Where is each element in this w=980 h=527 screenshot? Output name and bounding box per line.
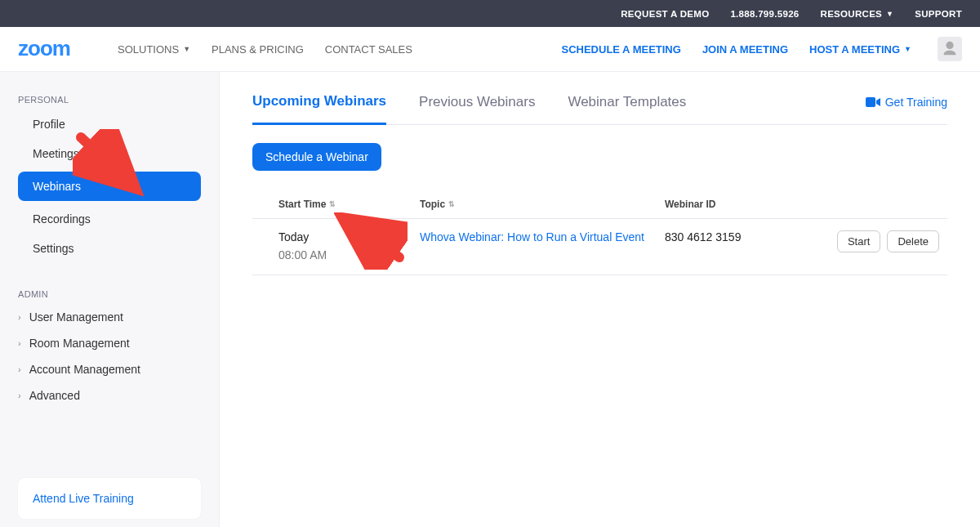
svg-text:zoom: zoom — [18, 39, 70, 59]
sidebar-item-label: Advanced — [29, 389, 80, 402]
live-training-card: Attend Live Training — [18, 478, 201, 519]
caret-down-icon: ▼ — [886, 10, 893, 18]
cell-webinar-id: 830 4612 3159 — [665, 230, 812, 243]
main-header: zoom SOLUTIONS▼ PLANS & PRICING CONTACT … — [0, 27, 980, 72]
schedule-webinar-button[interactable]: Schedule a Webinar — [252, 143, 381, 171]
cell-topic: Whova Webinar: How to Run a Virtual Even… — [420, 230, 665, 243]
sidebar-item-advanced[interactable]: ›Advanced — [0, 382, 219, 409]
resources-label: RESOURCES — [821, 9, 883, 19]
col-label: Topic — [420, 199, 445, 210]
host-meeting-dropdown[interactable]: HOST A MEETING▼ — [809, 43, 911, 56]
date-label: Today — [278, 230, 420, 243]
col-label: Start Time — [278, 199, 326, 210]
host-meeting-label: HOST A MEETING — [809, 43, 900, 56]
caret-down-icon: ▼ — [904, 45, 911, 53]
tab-upcoming-webinars[interactable]: Upcoming Webinars — [252, 93, 386, 125]
support-link[interactable]: SUPPORT — [915, 9, 962, 19]
resources-dropdown[interactable]: RESOURCES▼ — [821, 9, 894, 19]
contact-sales-link[interactable]: CONTACT SALES — [325, 43, 412, 56]
cell-start-time: Today 08:00 AM — [252, 230, 420, 261]
table-header-row: Start Time⇅ Topic⇅ Webinar ID — [252, 190, 947, 219]
phone-link[interactable]: 1.888.799.5926 — [730, 9, 799, 19]
schedule-meeting-link[interactable]: SCHEDULE A MEETING — [561, 43, 680, 56]
get-training-link[interactable]: Get Training — [866, 96, 947, 122]
main-content: Upcoming Webinars Previous Webinars Webi… — [220, 72, 980, 527]
sidebar-item-label: Room Management — [29, 337, 130, 350]
start-button[interactable]: Start — [837, 230, 880, 252]
sort-icon: ⇅ — [329, 200, 336, 208]
sidebar-item-label: User Management — [29, 310, 123, 324]
join-meeting-link[interactable]: JOIN A MEETING — [702, 43, 788, 56]
sidebar-item-user-management[interactable]: ›User Management — [0, 304, 219, 330]
col-start-time[interactable]: Start Time⇅ — [252, 199, 420, 210]
zoom-logo-icon: zoom — [18, 39, 100, 59]
sidebar-item-label: Account Management — [29, 363, 140, 376]
person-icon — [941, 40, 959, 58]
nav-left: SOLUTIONS▼ PLANS & PRICING CONTACT SALES — [118, 43, 412, 56]
attend-live-training-link[interactable]: Attend Live Training — [33, 492, 134, 505]
sidebar-admin-heading: ADMIN — [0, 281, 219, 304]
sidebar-item-profile[interactable]: Profile — [0, 109, 219, 139]
user-avatar[interactable] — [938, 37, 962, 61]
caret-down-icon: ▼ — [183, 45, 190, 53]
request-demo-link[interactable]: REQUEST A DEMO — [621, 9, 709, 19]
sidebar-item-account-management[interactable]: ›Account Management — [0, 356, 219, 382]
sidebar-personal-heading: PERSONAL — [0, 87, 219, 109]
nav-right: SCHEDULE A MEETING JOIN A MEETING HOST A… — [561, 37, 962, 61]
zoom-logo[interactable]: zoom — [18, 39, 100, 59]
video-camera-icon — [866, 96, 880, 108]
sidebar-item-recordings[interactable]: Recordings — [0, 204, 219, 234]
table-row: Today 08:00 AM Whova Webinar: How to Run… — [252, 219, 947, 275]
chevron-right-icon: › — [18, 391, 21, 400]
get-training-label: Get Training — [885, 96, 947, 109]
tab-webinar-templates[interactable]: Webinar Templates — [568, 94, 686, 123]
chevron-right-icon: › — [18, 338, 21, 348]
top-utility-bar: REQUEST A DEMO 1.888.799.5926 RESOURCES▼… — [0, 0, 980, 27]
col-webinar-id: Webinar ID — [665, 199, 812, 210]
chevron-right-icon: › — [18, 364, 21, 374]
sidebar-item-webinars[interactable]: Webinars — [18, 172, 201, 201]
solutions-dropdown[interactable]: SOLUTIONS▼ — [118, 43, 190, 56]
webinar-tabs: Upcoming Webinars Previous Webinars Webi… — [252, 93, 947, 125]
plans-link[interactable]: PLANS & PRICING — [212, 43, 304, 56]
sidebar-item-room-management[interactable]: ›Room Management — [0, 330, 219, 356]
solutions-label: SOLUTIONS — [118, 43, 179, 56]
sidebar-item-meetings[interactable]: Meetings — [0, 139, 219, 168]
webinar-topic-link[interactable]: Whova Webinar: How to Run a Virtual Even… — [420, 230, 644, 243]
col-topic[interactable]: Topic⇅ — [420, 199, 665, 210]
time-label: 08:00 AM — [278, 248, 420, 261]
svg-rect-1 — [866, 97, 875, 107]
sidebar: PERSONAL Profile Meetings Webinars Recor… — [0, 72, 220, 527]
tab-previous-webinars[interactable]: Previous Webinars — [419, 94, 535, 123]
chevron-right-icon: › — [18, 312, 21, 322]
webinar-table: Start Time⇅ Topic⇅ Webinar ID Today 08:0… — [252, 190, 947, 275]
sort-icon: ⇅ — [448, 200, 455, 208]
delete-button[interactable]: Delete — [887, 230, 939, 252]
sidebar-item-settings[interactable]: Settings — [0, 234, 219, 263]
